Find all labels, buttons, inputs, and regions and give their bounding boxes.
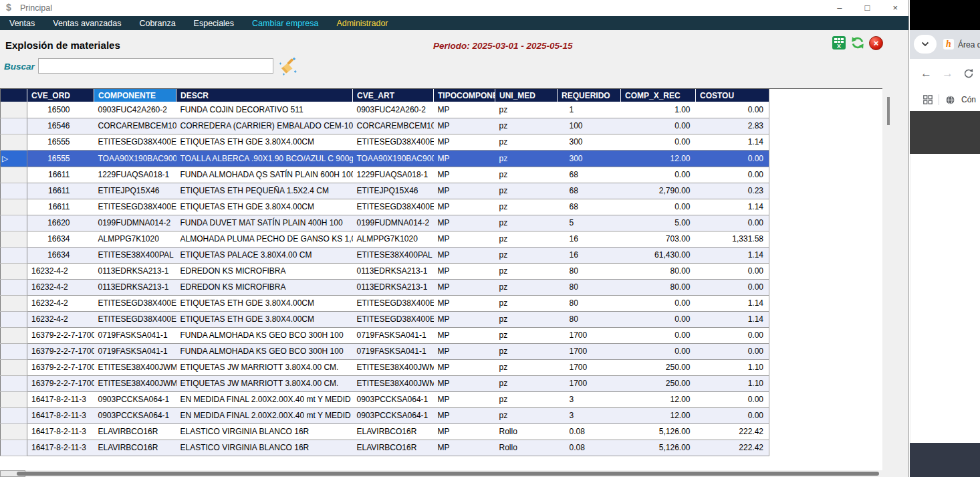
cell-descr: ETIQUETAS ETH GDE 3.80X4.00CM bbox=[176, 199, 353, 215]
column-header-cve_ord[interactable]: CVE_ORD bbox=[27, 89, 94, 102]
table-row[interactable]: 16417-8-2-11-3ELAVIRBCO16RELASTICO VIRGI… bbox=[1, 440, 769, 456]
close-icon[interactable]: × bbox=[869, 36, 883, 50]
row-selector-cell[interactable] bbox=[1, 118, 27, 134]
globe-icon bbox=[945, 95, 955, 105]
cell-requerido: 5 bbox=[558, 215, 621, 231]
selected-row-arrow-icon: ▷ bbox=[2, 154, 8, 163]
cell-tipocomponen: MP bbox=[434, 279, 495, 295]
row-selector-header[interactable] bbox=[1, 89, 27, 102]
vertical-scrollbar-thumb[interactable] bbox=[887, 97, 890, 125]
table-row[interactable]: 16634ALMPPG7K1020ALMOHADA PLUMA PECHO DE… bbox=[1, 231, 769, 247]
table-row[interactable]: 16611ETITESEGD38X400EETIQUETAS ETH GDE 3… bbox=[1, 199, 769, 215]
table-row[interactable]: 16232-4-20113EDRKSA213-1EDREDON KS MICRO… bbox=[1, 279, 769, 295]
table-row[interactable]: 16417-8-2-11-30903PCCKSA064-1EN MEDIDA F… bbox=[1, 391, 769, 407]
row-selector-cell[interactable] bbox=[1, 407, 27, 423]
materials-table: CVE_ORDCOMPONENTEDESCRCVE_ARTTIPOCOMPONE… bbox=[0, 89, 769, 456]
table-row[interactable]: 165000903FUC42A260-2FUNDA COJIN DECORATI… bbox=[1, 102, 769, 118]
maximize-button[interactable]: □ bbox=[865, 0, 870, 16]
row-selector-cell[interactable] bbox=[1, 359, 27, 375]
column-header-requerido[interactable]: REQUERIDO bbox=[558, 89, 621, 102]
cell-descr: TOALLA ALBERCA .90X1.90 BCO/AZUL C 900gr bbox=[176, 150, 353, 167]
menu-item-ventas[interactable]: Ventas bbox=[9, 19, 35, 28]
column-header-costou[interactable]: COSTOU bbox=[696, 89, 769, 102]
row-selector-cell[interactable] bbox=[1, 134, 27, 150]
column-header-uni_med[interactable]: UNI_MED bbox=[495, 89, 558, 102]
bookmark-item[interactable]: Cón bbox=[961, 95, 976, 104]
apps-grid-icon[interactable] bbox=[923, 95, 933, 104]
cell-componente: ETITESEGD38X400E bbox=[94, 199, 176, 215]
cell-componente: ETITESE38X400JWM bbox=[94, 375, 176, 391]
minimize-button[interactable]: – bbox=[837, 0, 842, 16]
table-row[interactable]: 16634ETITESE38X400PALETIQUETAS PALACE 3.… bbox=[1, 247, 769, 263]
column-header-cve_art[interactable]: CVE_ART bbox=[353, 89, 434, 102]
table-row[interactable]: 166200199FUDMNA014-2FUNDA DUVET MAT SATÍ… bbox=[1, 215, 769, 231]
row-selector-cell[interactable] bbox=[1, 423, 27, 440]
row-selector-cell[interactable] bbox=[1, 327, 27, 343]
row-selector-cell[interactable] bbox=[1, 311, 27, 327]
menu-item-especiales[interactable]: Especiales bbox=[194, 19, 234, 28]
cell-cve_ord: 16417-8-2-11-3 bbox=[27, 407, 94, 423]
cell-cve_ord: 16611 bbox=[27, 167, 94, 183]
row-selector-cell[interactable] bbox=[1, 391, 27, 407]
cell-descr: EN MEDIDA FINAL 2.00X2.00X.40 mt Y MEDID bbox=[176, 407, 353, 423]
table-row[interactable]: 16611ETITEJPQ15X46ETIQUETAS ETH PEQUEÑA … bbox=[1, 183, 769, 199]
search-input[interactable] bbox=[38, 58, 273, 74]
table-row[interactable]: 16379-2-2-7-17000719FASKSA041-1FUNDA ALM… bbox=[1, 343, 769, 359]
column-header-comp_x_rec[interactable]: COMP_X_REC bbox=[621, 89, 696, 102]
table-row[interactable]: 16379-2-2-7-17000719FASKSA041-1FUNDA ALM… bbox=[1, 327, 769, 343]
menu-item-cambiar-empresa[interactable]: Cambiar empresa bbox=[252, 19, 318, 28]
close-window-button[interactable]: × bbox=[892, 0, 898, 16]
back-icon[interactable]: ← bbox=[921, 67, 932, 80]
horizontal-scrollbar[interactable] bbox=[0, 470, 904, 477]
table-row[interactable]: 166111229FUAQSA018-1FUNDA ALMOHADA QS SA… bbox=[1, 167, 769, 183]
row-selector-cell[interactable] bbox=[1, 263, 27, 279]
excel-export-icon[interactable]: X bbox=[832, 35, 846, 50]
cell-requerido: 16 bbox=[558, 247, 621, 263]
row-selector-cell[interactable] bbox=[1, 295, 27, 311]
row-selector-cell[interactable] bbox=[1, 167, 27, 183]
cell-uni_med: pz bbox=[495, 375, 558, 391]
row-selector-cell[interactable] bbox=[1, 231, 27, 247]
broom-icon[interactable] bbox=[278, 57, 297, 76]
row-selector-cell[interactable] bbox=[1, 375, 27, 391]
row-selector-cell[interactable] bbox=[1, 102, 27, 118]
row-selector-cell[interactable] bbox=[1, 343, 27, 359]
table-row[interactable]: 16417-8-2-11-3ELAVIRBCO16RELASTICO VIRGI… bbox=[1, 423, 769, 440]
refresh-icon[interactable] bbox=[850, 35, 865, 50]
cell-comp_x_rec: 250.00 bbox=[621, 359, 696, 375]
cell-comp_x_rec: 0.00 bbox=[621, 295, 696, 311]
menu-item-administrador[interactable]: Administrador bbox=[336, 19, 388, 28]
table-row[interactable]: 16546CORCAREMBCEM1000CORREDERA (CARRIER)… bbox=[1, 118, 769, 134]
row-selector-cell[interactable] bbox=[1, 279, 27, 295]
row-selector-cell[interactable]: ▷ bbox=[1, 150, 27, 167]
reload-icon[interactable] bbox=[963, 68, 974, 79]
tab-search-menu-button[interactable] bbox=[914, 35, 937, 54]
forward-icon[interactable]: → bbox=[942, 67, 953, 80]
table-row[interactable]: 16232-4-20113EDRKSA213-1EDREDON KS MICRO… bbox=[1, 263, 769, 279]
table-row[interactable]: 16232-4-2ETITESEGD38X400EETIQUETAS ETH G… bbox=[1, 295, 769, 311]
table-row[interactable]: ▷16555TOAA90X190BAC900TOALLA ALBERCA .90… bbox=[1, 150, 769, 167]
table-row[interactable]: 16379-2-2-7-1700ETITESE38X400JWMETIQUETA… bbox=[1, 375, 769, 391]
menu-item-cobranza[interactable]: Cobranza bbox=[139, 19, 175, 28]
row-selector-cell[interactable] bbox=[1, 247, 27, 263]
column-header-descr[interactable]: DESCR bbox=[176, 89, 353, 102]
column-header-tipocomponen[interactable]: TIPOCOMPONEN bbox=[434, 89, 495, 102]
row-selector-cell[interactable] bbox=[1, 440, 27, 456]
browser-tab[interactable]: Área d bbox=[958, 40, 980, 50]
table-row[interactable]: 16232-4-2ETITESEGD38X400EETIQUETAS ETH G… bbox=[1, 311, 769, 327]
row-selector-cell[interactable] bbox=[1, 215, 27, 231]
cell-componente: 0113EDRKSA213-1 bbox=[94, 263, 176, 279]
vertical-scrollbar[interactable] bbox=[884, 90, 893, 469]
horizontal-scrollbar-thumb[interactable] bbox=[17, 472, 879, 476]
row-selector-cell[interactable] bbox=[1, 199, 27, 215]
cell-costou: 222.42 bbox=[696, 440, 769, 456]
menu-item-ventas-avanzadas[interactable]: Ventas avanzadas bbox=[53, 19, 121, 28]
table-row[interactable]: 16417-8-2-11-30903PCCKSA064-1EN MEDIDA F… bbox=[1, 407, 769, 423]
browser-content-dark bbox=[910, 111, 980, 154]
column-header-componente[interactable]: COMPONENTE bbox=[94, 89, 176, 102]
table-row[interactable]: 16379-2-2-7-1700ETITESE38X400JWMETIQUETA… bbox=[1, 359, 769, 375]
cell-componente: 0199FUDMNA014-2 bbox=[94, 215, 176, 231]
toolbar-actions: X × bbox=[832, 35, 883, 50]
row-selector-cell[interactable] bbox=[1, 183, 27, 199]
table-row[interactable]: 16555ETITESEGD38X400EETIQUETAS ETH GDE 3… bbox=[1, 134, 769, 150]
